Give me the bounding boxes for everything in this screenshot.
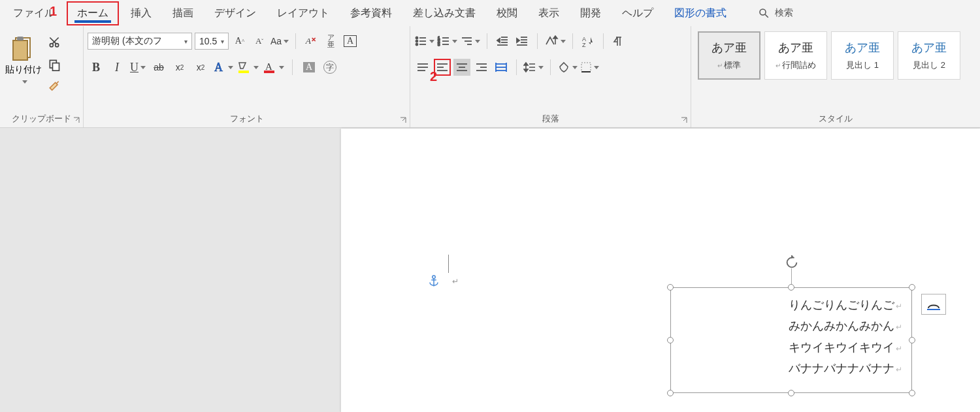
clipboard-dialog-launcher[interactable]: [73, 116, 80, 123]
style-heading1[interactable]: あア亜 見出し 1: [831, 31, 894, 80]
cut-button[interactable]: [46, 34, 63, 51]
style-label: 見出し 2: [913, 59, 945, 71]
style-sample: あア亜: [911, 40, 947, 55]
multilevel-list-button[interactable]: [460, 33, 480, 50]
align-center-button[interactable]: [453, 59, 470, 76]
format-painter-button[interactable]: [46, 78, 63, 95]
search-icon: [758, 7, 770, 19]
style-normal[interactable]: あア亜 ↵ 標準: [698, 31, 760, 80]
phonetic-guide-button[interactable]: ア亜: [322, 33, 339, 50]
align-distribute-button[interactable]: [493, 59, 510, 76]
resize-handle[interactable]: [788, 390, 794, 396]
clipboard-group-label: クリップボード: [4, 110, 79, 127]
paragraph-dialog-launcher[interactable]: [680, 116, 688, 123]
callout-1: 1: [50, 4, 57, 19]
styles-gallery[interactable]: あア亜 ↵ 標準 あア亜 ↵ 行間詰め あア亜 見出し 1 あア亜 見出し 2: [695, 29, 963, 82]
tab-references[interactable]: 参考資料: [341, 3, 401, 24]
highlight-color-button[interactable]: [237, 59, 259, 76]
resize-handle[interactable]: [909, 284, 915, 291]
superscript-button[interactable]: x2: [192, 59, 209, 76]
shading-button[interactable]: [557, 59, 578, 76]
svg-rect-3: [13, 40, 27, 60]
svg-text:3: 3: [438, 42, 440, 46]
resize-handle[interactable]: [667, 390, 674, 396]
strikethrough-button[interactable]: ab: [150, 59, 167, 76]
tab-insert[interactable]: 挿入: [122, 3, 161, 24]
resize-handle[interactable]: [909, 337, 915, 343]
svg-point-5: [50, 44, 53, 47]
bullets-button[interactable]: [414, 33, 434, 50]
tab-review[interactable]: 校閲: [487, 3, 527, 24]
style-label: ↵ 標準: [717, 59, 742, 71]
bold-button[interactable]: B: [88, 59, 105, 76]
tab-home[interactable]: ホーム: [67, 1, 119, 25]
clear-formatting-button[interactable]: A: [302, 33, 319, 50]
rotate-handle-icon[interactable]: [785, 255, 799, 272]
resize-handle[interactable]: [667, 337, 674, 343]
text-box-content[interactable]: りんごりんごりんご みかんみかんみかん キウイキウイキウイ バナナバナナバナナ: [671, 288, 911, 386]
underline-button[interactable]: U: [129, 59, 146, 76]
tab-developer[interactable]: 開発: [571, 3, 610, 24]
subscript-button[interactable]: x2: [171, 59, 188, 76]
character-border-button[interactable]: A: [342, 33, 359, 50]
shrink-font-button[interactable]: Aˇ: [251, 33, 268, 50]
font-size-combo[interactable]: 10.5 ▾: [195, 33, 229, 50]
text-effects-button[interactable]: A: [213, 59, 233, 76]
svg-point-0: [760, 9, 766, 15]
style-sample: あア亜: [778, 40, 813, 55]
tab-layout[interactable]: レイアウト: [268, 3, 338, 24]
resize-handle[interactable]: [909, 390, 915, 396]
tab-shape-format[interactable]: 図形の書式: [665, 3, 736, 24]
tab-help[interactable]: ヘルプ: [613, 3, 662, 24]
font-name-value: 游明朝 (本文のフ: [92, 35, 162, 47]
callout-2: 2: [430, 69, 437, 84]
layout-options-button[interactable]: [921, 294, 946, 315]
tab-mailings[interactable]: 差し込み文書: [404, 3, 485, 24]
text-line: みかんみかんみかん: [680, 315, 902, 336]
styles-group-label: スタイル: [695, 110, 976, 127]
tab-draw[interactable]: 描画: [163, 3, 203, 24]
svg-line-11: [56, 82, 58, 84]
resize-handle[interactable]: [667, 284, 674, 291]
resize-handle[interactable]: [788, 284, 794, 291]
font-size-value: 10.5: [199, 36, 217, 46]
grow-font-button[interactable]: A^: [231, 33, 248, 50]
style-no-spacing[interactable]: あア亜 ↵ 行間詰め: [764, 31, 827, 80]
text-line: バナナバナナバナナ: [680, 358, 902, 379]
line-spacing-button[interactable]: [523, 59, 544, 76]
decrease-indent-button[interactable]: [494, 33, 511, 50]
copy-button[interactable]: [46, 56, 63, 73]
sort-button[interactable]: AZ: [580, 33, 596, 50]
svg-marker-36: [497, 39, 500, 42]
paste-button[interactable]: 貼り付け: [4, 33, 43, 86]
font-dialog-launcher[interactable]: [399, 116, 407, 123]
svg-point-17: [416, 37, 418, 39]
search-box[interactable]: 検索: [758, 7, 793, 19]
italic-button[interactable]: I: [108, 59, 125, 76]
layout-options-icon: [926, 298, 941, 311]
text-direction-button[interactable]: [544, 33, 566, 50]
numbering-button[interactable]: 123: [437, 33, 457, 50]
enclose-characters-button[interactable]: 字: [321, 59, 338, 76]
show-marks-button[interactable]: [610, 33, 627, 50]
ribbon-tabs: ファイル ホーム 挿入 描画 デザイン レイアウト 参考資料 差し込み文書 校閲…: [0, 0, 980, 26]
align-right-button[interactable]: [473, 59, 490, 76]
character-shading-button[interactable]: A: [301, 59, 318, 76]
svg-rect-4: [17, 37, 24, 40]
svg-point-19: [416, 40, 418, 42]
font-name-combo[interactable]: 游明朝 (本文のフ ▾: [88, 33, 192, 50]
borders-button[interactable]: [580, 59, 599, 76]
chevron-down-icon: ▾: [221, 38, 224, 45]
anchor-icon: [428, 274, 440, 291]
increase-indent-button[interactable]: [514, 33, 531, 50]
tab-view[interactable]: 表示: [529, 3, 568, 24]
style-heading2[interactable]: あア亜 見出し 2: [898, 31, 960, 80]
tab-design[interactable]: デザイン: [205, 3, 265, 24]
style-label: 見出し 1: [846, 59, 879, 71]
change-case-button[interactable]: Aa: [270, 33, 289, 50]
text-box-shape[interactable]: りんごりんごりんご みかんみかんみかん キウイキウイキウイ バナナバナナバナナ: [670, 287, 912, 393]
font-color-button[interactable]: A: [263, 59, 284, 76]
align-justify-low-button[interactable]: [414, 59, 431, 76]
paste-label: 貼り付け: [4, 64, 43, 86]
svg-text:Z: Z: [582, 42, 586, 47]
